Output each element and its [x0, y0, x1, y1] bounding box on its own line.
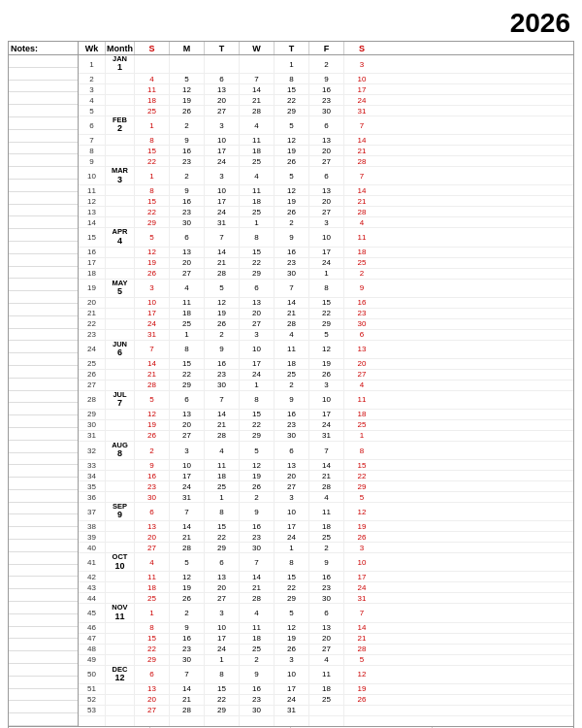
day-cell: 20 — [205, 582, 240, 592]
day-cell: 5 — [309, 330, 344, 340]
calendar-row: 41OCT1045678910 — [79, 553, 573, 572]
day-cell — [344, 706, 379, 715]
day-cell: 8 — [309, 280, 344, 297]
day-cell: 5 — [135, 391, 170, 409]
week-number: 52 — [79, 695, 106, 705]
month-label — [106, 716, 135, 726]
month-label — [106, 706, 135, 715]
day-cell: 13 — [170, 410, 205, 419]
day-cell: 7 — [170, 503, 205, 520]
day-cell: 8 — [135, 135, 170, 145]
day-cell: 2 — [344, 269, 379, 279]
day-cell: 1 — [135, 167, 170, 184]
note-line — [9, 664, 78, 677]
calendar-row: 46891011121314 — [79, 623, 573, 634]
week-number: 24 — [79, 341, 106, 358]
week-number: 18 — [79, 269, 106, 279]
day-cell: 20 — [344, 359, 379, 369]
header-fri: F — [309, 42, 344, 54]
day-cell: 30 — [135, 492, 170, 502]
day-cell: 10 — [135, 298, 170, 308]
day-cell: 11 — [135, 572, 170, 581]
day-cell: 15 — [135, 634, 170, 644]
month-label: JUL7 — [106, 391, 135, 409]
calendar-body: 1JAN112324567891031112131415161741819202… — [79, 55, 573, 726]
day-cell: 13 — [240, 298, 275, 308]
day-cell: 13 — [275, 460, 309, 470]
day-cell: 3 — [275, 492, 309, 502]
calendar-row: 50DEC126789101112 — [79, 666, 573, 684]
day-cell: 5 — [275, 604, 309, 621]
day-cell: 21 — [170, 532, 205, 542]
calendar-row: 5220212223242526 — [79, 695, 573, 706]
week-number: 45 — [79, 604, 106, 621]
calendar-row: 19MAY53456789 — [79, 280, 573, 298]
calendar-row: 1612131415161718 — [79, 248, 573, 258]
day-cell: 5 — [344, 655, 379, 665]
note-line — [9, 341, 78, 353]
day-cell: 13 — [309, 623, 344, 633]
day-cell: 21 — [240, 95, 275, 105]
calendar-row: 3523242526272829 — [79, 481, 573, 492]
week-number: 5 — [79, 106, 106, 116]
month-label: MAY5 — [106, 280, 135, 297]
week-number: 44 — [79, 593, 106, 603]
month-label — [106, 645, 135, 654]
day-cell: 8 — [240, 391, 275, 409]
day-cell: 18 — [135, 95, 170, 105]
note-line — [9, 353, 78, 366]
month-label — [106, 420, 135, 430]
note-line — [9, 614, 78, 627]
month-label — [106, 572, 135, 581]
day-cell: 29 — [205, 543, 240, 552]
day-cell: 30 — [309, 106, 344, 116]
day-cell — [309, 706, 344, 715]
week-number: 8 — [79, 146, 106, 155]
day-cell: 14 — [309, 460, 344, 470]
day-cell: 4 — [240, 604, 275, 621]
day-cell: 16 — [170, 196, 205, 206]
month-label — [106, 593, 135, 603]
note-line — [9, 428, 78, 441]
day-cell: 27 — [344, 370, 379, 380]
calendar-row: 4027282930123 — [79, 543, 573, 553]
day-cell: 13 — [309, 185, 344, 195]
note-line — [9, 403, 78, 415]
day-cell: 23 — [170, 645, 205, 654]
calendar-row: 2224252627282930 — [79, 319, 573, 330]
day-cell: 28 — [135, 381, 170, 390]
day-cell: 1 — [170, 330, 205, 340]
day-cell: 2 — [240, 655, 275, 665]
day-cell: 7 — [240, 74, 275, 83]
day-cell: 14 — [344, 623, 379, 633]
day-cell — [309, 716, 344, 726]
calendar-row: 532728293031 — [79, 706, 573, 716]
day-cell: 2 — [275, 217, 309, 227]
day-cell: 6 — [344, 330, 379, 340]
day-cell: 27 — [309, 645, 344, 654]
month-label — [106, 460, 135, 470]
week-number: 32 — [79, 442, 106, 459]
day-cell: 1 — [240, 381, 275, 390]
day-cell: 8 — [205, 666, 240, 683]
note-line — [9, 651, 78, 664]
note-line — [9, 167, 78, 180]
day-cell: 27 — [275, 481, 309, 491]
day-cell: 15 — [309, 298, 344, 308]
week-number: 46 — [79, 623, 106, 633]
calendar-row: 1JAN1123 — [79, 55, 573, 74]
day-cell: 2 — [240, 492, 275, 502]
day-cell: 23 — [309, 95, 344, 105]
notes-header: Notes: — [9, 42, 78, 55]
day-cell: 12 — [135, 410, 170, 419]
day-cell: 24 — [205, 645, 240, 654]
day-cell: 4 — [344, 381, 379, 390]
day-cell: 12 — [135, 248, 170, 257]
day-cell: 17 — [240, 359, 275, 369]
day-cell: 1 — [240, 217, 275, 227]
day-cell: 16 — [205, 359, 240, 369]
day-cell: 26 — [205, 319, 240, 329]
week-number: 47 — [79, 634, 106, 644]
day-cell: 30 — [240, 543, 275, 552]
day-cell: 24 — [240, 370, 275, 380]
